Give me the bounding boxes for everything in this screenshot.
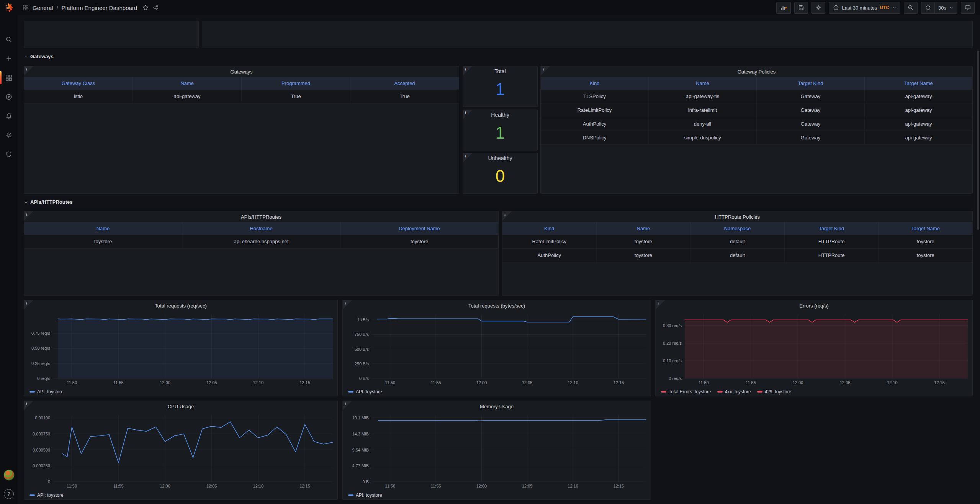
svg-text:12:15: 12:15 xyxy=(299,380,310,385)
share-icon[interactable] xyxy=(152,4,159,11)
legend-item[interactable]: 429: toystore xyxy=(757,389,791,394)
sidebar-item-search[interactable] xyxy=(0,35,18,44)
time-range-picker[interactable]: Last 30 minutes UTC xyxy=(829,2,900,14)
svg-text:12:10: 12:10 xyxy=(568,380,578,385)
panel-title[interactable]: APIs/HTTPRoutes xyxy=(24,211,498,222)
section-header-apis[interactable]: APIs/HTTPRoutes xyxy=(24,199,73,205)
svg-text:11:55: 11:55 xyxy=(431,380,441,385)
section-label: APIs/HTTPRoutes xyxy=(30,199,73,205)
table-row: toystoreapi.ehearne.hcpapps.nettoystore xyxy=(24,235,498,249)
apps-grid-icon[interactable] xyxy=(22,4,29,11)
star-icon[interactable] xyxy=(142,4,149,11)
panel-info-icon[interactable]: i xyxy=(24,401,33,410)
panel-info-icon[interactable]: i xyxy=(24,66,33,75)
panel-title[interactable]: Total requests (req/sec) xyxy=(24,300,337,311)
panel-info-icon[interactable]: i xyxy=(343,401,352,410)
column-header[interactable]: Kind xyxy=(502,222,597,235)
panel-title[interactable]: Total xyxy=(463,66,537,76)
dashboard-settings-icon xyxy=(815,4,822,11)
help-icon[interactable]: ? xyxy=(4,489,14,499)
legend-item[interactable]: API: toystore xyxy=(29,389,64,394)
sidebar-item-configuration[interactable] xyxy=(0,131,18,139)
column-header[interactable]: Name xyxy=(24,222,182,235)
column-header[interactable]: Target Name xyxy=(879,222,972,235)
column-header[interactable]: Programmed xyxy=(242,77,350,90)
sidebar-item-dashboards[interactable] xyxy=(0,74,18,82)
legend-item[interactable]: 4xx: toystore xyxy=(717,389,751,394)
panel-title[interactable]: Gateway Policies xyxy=(541,66,972,77)
column-header[interactable]: Kind xyxy=(541,77,649,90)
grafana-logo-icon[interactable] xyxy=(3,3,14,13)
table-cell: toystore xyxy=(340,235,498,248)
panel-info-icon[interactable]: i xyxy=(541,66,550,75)
sidebar-item-admin[interactable] xyxy=(0,150,18,159)
top-navigation: General / Platform Engineer Dashboard L xyxy=(18,0,980,15)
save-dashboard-button[interactable] xyxy=(794,2,808,14)
panel-info-icon[interactable]: i xyxy=(463,153,472,162)
column-header[interactable]: Name xyxy=(649,77,757,90)
user-avatar[interactable] xyxy=(3,470,15,481)
column-header[interactable]: Gateway Class xyxy=(24,77,133,90)
column-header[interactable]: Name xyxy=(597,222,691,235)
table-cell: AuthPolicy xyxy=(541,117,649,131)
panel-title[interactable]: Unhealthy xyxy=(463,153,537,163)
scrollbar[interactable] xyxy=(977,51,979,230)
panel-info-icon[interactable]: i xyxy=(463,110,472,119)
column-header[interactable]: Namespace xyxy=(690,222,785,235)
sidebar-item-alerting[interactable] xyxy=(0,112,18,120)
legend-item[interactable]: API: toystore xyxy=(348,493,382,498)
column-header[interactable]: Name xyxy=(133,77,242,90)
panel-title[interactable]: Healthy xyxy=(463,110,537,120)
dashboards-icon xyxy=(5,74,13,82)
svg-text:500 B/s: 500 B/s xyxy=(355,347,369,352)
panel-info-icon[interactable]: i xyxy=(24,211,33,221)
column-header[interactable]: Target Kind xyxy=(757,77,865,90)
panel-title[interactable]: Gateways xyxy=(24,66,459,77)
panel-total-requests-bytes: i Total requests (bytes/sec) 0 B/s250 B/… xyxy=(342,300,651,396)
refresh-interval-dropdown[interactable]: 30s xyxy=(934,2,957,14)
table-row: TLSPolicyapi-gateway-tlsGatewayapi-gatew… xyxy=(541,90,972,103)
column-header[interactable]: Target Name xyxy=(865,77,972,90)
panel-info-icon[interactable]: i xyxy=(502,211,512,221)
column-header[interactable]: Target Kind xyxy=(785,222,879,235)
dashboard-settings-button[interactable] xyxy=(811,2,825,14)
column-header[interactable]: Hostname xyxy=(182,222,340,235)
svg-text:0.000250: 0.000250 xyxy=(33,463,50,468)
panel-title[interactable]: Errors (req/s) xyxy=(656,300,972,311)
breadcrumb-folder[interactable]: General xyxy=(33,5,53,11)
svg-text:12:05: 12:05 xyxy=(206,484,217,488)
svg-text:12:10: 12:10 xyxy=(568,484,578,488)
column-header[interactable]: Deployment Name xyxy=(340,222,498,235)
tv-mode-button[interactable] xyxy=(961,2,975,14)
sidebar-item-explore[interactable] xyxy=(0,93,18,101)
svg-text:12:05: 12:05 xyxy=(840,380,851,385)
svg-text:0.30 req/s: 0.30 req/s xyxy=(663,323,682,328)
svg-text:12:15: 12:15 xyxy=(299,484,310,488)
table-header-row: Gateway ClassNameProgrammedAccepted xyxy=(24,77,459,90)
svg-text:9.54 MiB: 9.54 MiB xyxy=(352,448,369,452)
panel-title[interactable]: Memory Usage xyxy=(343,401,651,412)
column-header[interactable]: Accepted xyxy=(350,77,459,90)
panel-title[interactable]: Total requests (bytes/sec) xyxy=(343,300,651,311)
table-row: RateLimitPolicyinfra-ratelimitGatewayapi… xyxy=(541,103,972,117)
add-panel-button[interactable] xyxy=(776,2,791,14)
refresh-button[interactable] xyxy=(921,2,934,14)
legend-item[interactable]: API: toystore xyxy=(29,493,64,498)
svg-text:12:15: 12:15 xyxy=(614,380,624,385)
panel-info-icon[interactable]: i xyxy=(24,300,33,309)
panel-info-icon[interactable]: i xyxy=(656,300,665,309)
panel-title[interactable]: CPU Usage xyxy=(24,401,337,412)
sidebar-item-create[interactable] xyxy=(0,54,18,63)
section-header-gateways[interactable]: Gateways xyxy=(24,54,54,59)
legend-item[interactable]: Total Errors: toystore xyxy=(661,389,711,394)
panel-info-icon[interactable]: i xyxy=(343,300,352,309)
table-cell: HTTPRoute xyxy=(785,249,879,262)
zoom-out-icon xyxy=(907,4,914,11)
panel-title[interactable]: HTTPRoute Policies xyxy=(502,211,972,222)
panel-gateways-table: i Gateways Gateway ClassNameProgrammedAc… xyxy=(24,66,459,194)
zoom-out-button[interactable] xyxy=(904,2,918,14)
section-label: Gateways xyxy=(30,54,54,59)
legend-item[interactable]: API: toystore xyxy=(348,389,382,394)
svg-text:0.000750: 0.000750 xyxy=(33,432,50,436)
panel-info-icon[interactable]: i xyxy=(463,66,472,75)
